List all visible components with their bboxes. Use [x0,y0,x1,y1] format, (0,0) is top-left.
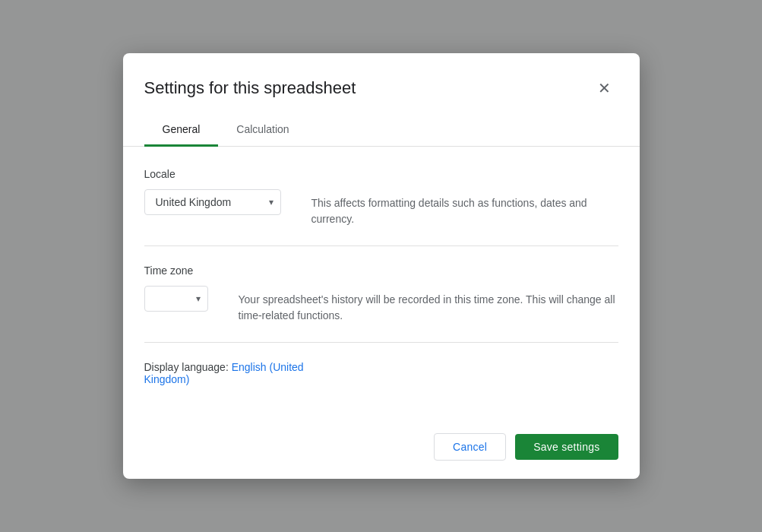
divider-1 [144,245,618,246]
timezone-label: Time zone [144,264,618,277]
dialog-header: Settings for this spreadsheet ✕ [123,53,640,102]
timezone-content: UTC GMT EST ▾ Your spreadsheet's history… [144,286,618,324]
locale-content: United Kingdom United States Canada Aust… [144,189,618,227]
locale-description: This affects formatting details such as … [311,189,618,227]
dialog-footer: Cancel Save settings [123,421,640,479]
close-button[interactable]: ✕ [591,74,618,102]
dialog-body: Locale United Kingdom United States Cana… [123,147,640,421]
dialog-title: Settings for this spreadsheet [144,78,356,98]
display-language-section: Display language: English (UnitedKingdom… [144,361,618,385]
timezone-description: Your spreadsheet's history will be recor… [239,286,618,324]
close-icon: ✕ [598,79,611,97]
timezone-section: Time zone UTC GMT EST ▾ Your spreadsheet… [144,264,618,324]
tab-general[interactable]: General [144,114,219,147]
locale-label: Locale [144,168,618,180]
locale-select-wrapper: United Kingdom United States Canada Aust… [144,189,281,215]
locale-select[interactable]: United Kingdom United States Canada Aust… [144,189,281,215]
timezone-select-wrapper: UTC GMT EST ▾ [144,286,208,312]
save-settings-button[interactable]: Save settings [515,434,618,460]
settings-dialog: Settings for this spreadsheet ✕ General … [123,53,640,479]
locale-section: Locale United Kingdom United States Cana… [144,168,618,227]
tab-calculation[interactable]: Calculation [218,114,307,147]
display-language-label: Display language: [144,361,229,373]
divider-2 [144,342,618,343]
modal-overlay: Settings for this spreadsheet ✕ General … [0,0,762,532]
cancel-button[interactable]: Cancel [434,433,506,461]
timezone-select[interactable]: UTC GMT EST [144,286,208,312]
tab-bar: General Calculation [123,102,640,147]
